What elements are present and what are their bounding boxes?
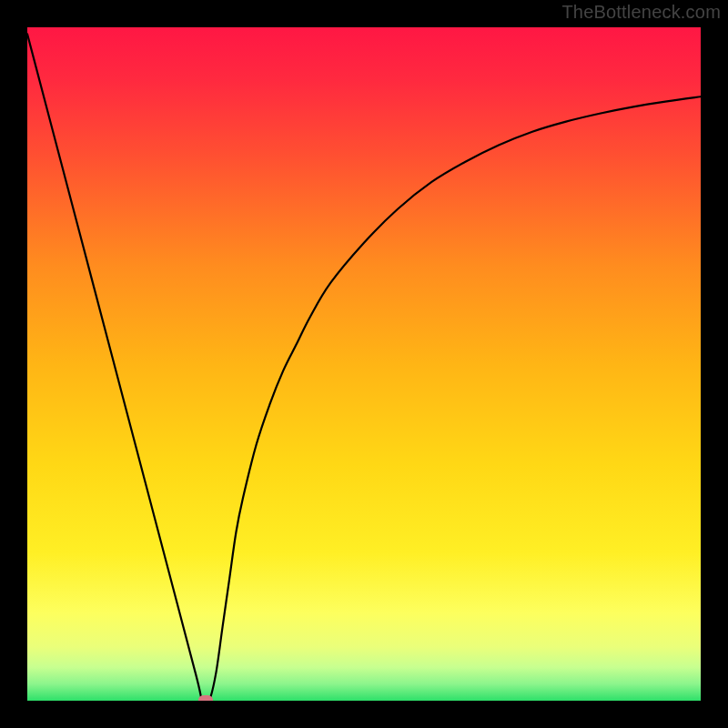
plot-area bbox=[27, 27, 701, 701]
min-marker bbox=[198, 695, 213, 701]
watermark-text: TheBottleneck.com bbox=[561, 2, 721, 23]
gradient-background bbox=[27, 27, 701, 701]
svg-rect-0 bbox=[27, 27, 701, 701]
chart-frame: TheBottleneck.com bbox=[0, 0, 728, 728]
